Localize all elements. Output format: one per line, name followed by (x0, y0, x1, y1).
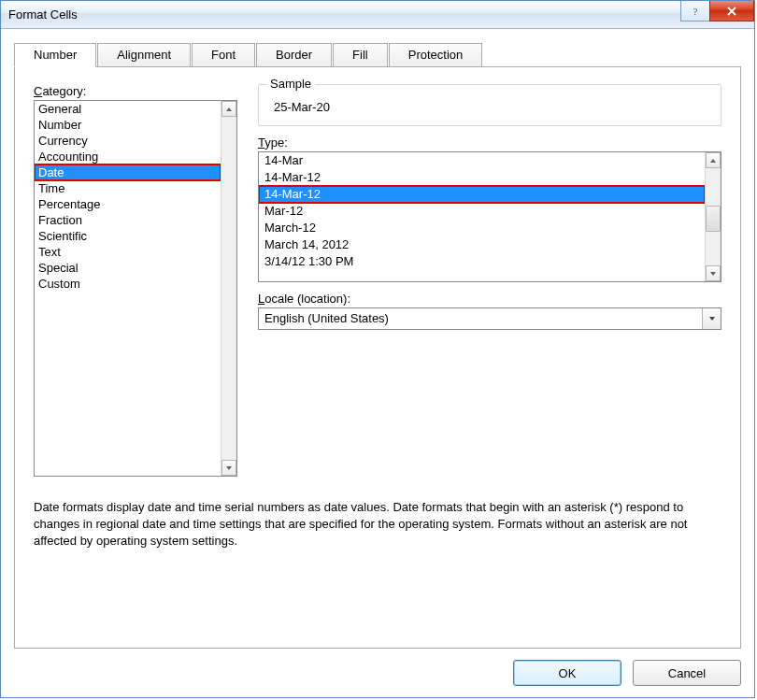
category-item[interactable]: Accounting (35, 149, 221, 164)
scroll-thumb[interactable] (706, 206, 721, 232)
dialog-footer: OK Cancel (14, 649, 741, 686)
sample-group: Sample 25-Mar-20 (258, 84, 721, 126)
cancel-button[interactable]: Cancel (633, 660, 741, 686)
scroll-up-button[interactable] (221, 101, 236, 117)
type-item[interactable]: 14-Mar-12 (259, 186, 705, 203)
category-item[interactable]: Text (35, 244, 221, 260)
category-label: Category: (34, 84, 237, 98)
description-text: Date formats display date and time seria… (34, 499, 721, 550)
tab-page-number: Category: GeneralNumberCurrencyAccountin… (14, 66, 741, 649)
ok-button[interactable]: OK (513, 660, 621, 686)
details-column: Sample 25-Mar-20 Type: 14-Mar14-Mar-1214… (258, 84, 721, 477)
upper-area: Category: GeneralNumberCurrencyAccountin… (34, 84, 721, 477)
scroll-down-button[interactable] (221, 460, 236, 476)
type-item[interactable]: Mar-12 (259, 203, 705, 220)
scroll-down-button[interactable] (706, 265, 721, 281)
category-item[interactable]: Time (35, 180, 221, 196)
category-item[interactable]: Fraction (35, 212, 221, 228)
scroll-track[interactable] (221, 117, 236, 460)
category-scrollbar[interactable] (221, 101, 236, 476)
category-item[interactable]: Custom (35, 276, 221, 292)
type-item[interactable]: March-12 (259, 220, 705, 236)
scroll-up-button[interactable] (706, 152, 721, 168)
category-column: Category: GeneralNumberCurrencyAccountin… (34, 84, 237, 477)
scroll-track[interactable] (706, 168, 721, 265)
type-listbox[interactable]: 14-Mar14-Mar-1214-Mar-12Mar-12March-12Ma… (258, 151, 721, 282)
type-item[interactable]: 3/14/12 1:30 PM (259, 253, 705, 270)
sample-value: 25-Mar-20 (268, 96, 711, 116)
client-area: NumberAlignmentFontBorderFillProtection … (1, 29, 754, 697)
window-controls: ? (681, 1, 754, 21)
type-scrollbar[interactable] (705, 152, 721, 281)
category-item[interactable]: Special (35, 260, 221, 276)
category-item[interactable]: Currency (35, 133, 221, 149)
tab-border[interactable]: Border (256, 43, 332, 67)
tab-number[interactable]: Number (14, 43, 96, 67)
tab-fill[interactable]: Fill (333, 43, 388, 67)
sample-legend: Sample (266, 77, 315, 91)
category-listbox[interactable]: GeneralNumberCurrencyAccountingDateTimeP… (34, 100, 237, 477)
category-item[interactable]: General (35, 101, 221, 117)
category-item[interactable]: Number (35, 117, 221, 133)
window-title: Format Cells (8, 7, 78, 21)
tab-strip: NumberAlignmentFontBorderFillProtection (14, 42, 741, 66)
tab-alignment[interactable]: Alignment (97, 43, 191, 67)
titlebar: Format Cells ? (1, 1, 754, 29)
category-item[interactable]: Date (35, 164, 221, 180)
category-item[interactable]: Percentage (35, 196, 221, 212)
close-button[interactable] (709, 1, 754, 21)
tab-protection[interactable]: Protection (389, 43, 483, 67)
type-item[interactable]: 14-Mar-12 (259, 169, 705, 186)
category-item[interactable]: Scientific (35, 228, 221, 244)
format-cells-dialog: Format Cells ? NumberAlignmentFontBorder… (0, 0, 755, 698)
svg-text:?: ? (693, 6, 698, 17)
type-item[interactable]: 14-Mar (259, 152, 705, 169)
locale-label: Locale (location): (258, 292, 721, 306)
locale-value: English (United States) (259, 308, 702, 329)
locale-combobox[interactable]: English (United States) (258, 307, 721, 330)
type-label: Type: (258, 136, 721, 150)
dropdown-button[interactable] (702, 308, 721, 329)
type-item[interactable]: March 14, 2012 (259, 236, 705, 253)
tab-font[interactable]: Font (192, 43, 255, 67)
help-button[interactable]: ? (680, 1, 710, 21)
